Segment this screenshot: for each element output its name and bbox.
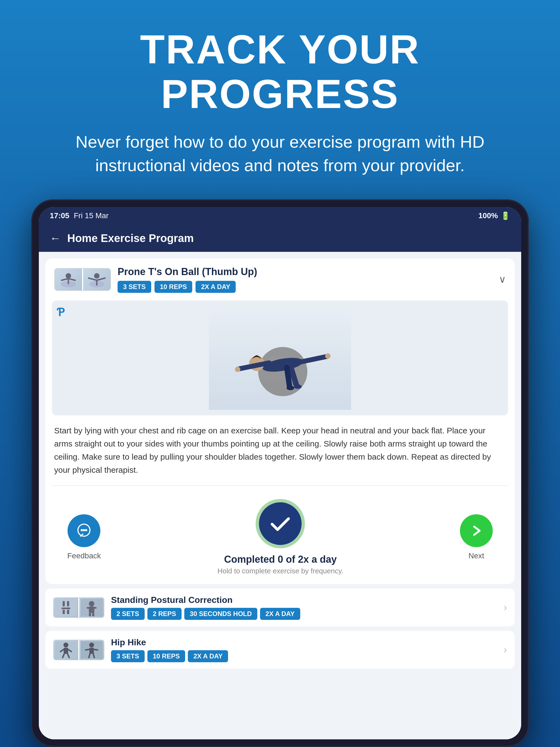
svg-point-18 bbox=[325, 353, 331, 359]
tablet-screen: 17:05 Fri 15 Mar 100% 🔋 ← Home Exercise … bbox=[39, 207, 521, 739]
exercise-info: Prone T's On Ball (Thumb Up) 3 SETS 10 R… bbox=[118, 266, 492, 293]
list-chevron-2: › bbox=[504, 644, 507, 656]
svg-point-16 bbox=[235, 367, 240, 372]
list-thumb-d bbox=[79, 640, 104, 660]
list-chevron-1: › bbox=[504, 602, 507, 613]
chevron-down-icon[interactable]: ∨ bbox=[499, 274, 506, 285]
list-thumb-c bbox=[54, 640, 78, 660]
svg-line-50 bbox=[85, 649, 90, 650]
status-date: Fri 15 Mar bbox=[74, 211, 109, 220]
hero-subtitle: Never forget how to do your exercise pro… bbox=[0, 130, 560, 178]
next-action[interactable]: Next bbox=[460, 514, 493, 560]
tag-reps: 10 REPS bbox=[154, 281, 193, 293]
status-time: 17:05 bbox=[50, 211, 70, 220]
svg-line-51 bbox=[94, 649, 98, 650]
checkmark-icon bbox=[266, 510, 294, 537]
exercise-name: Prone T's On Ball (Thumb Up) bbox=[118, 266, 492, 278]
svg-line-20 bbox=[287, 367, 289, 387]
feedback-label: Feedback bbox=[67, 551, 101, 560]
svg-rect-39 bbox=[92, 613, 94, 616]
complete-main-text: Completed 0 of 2x a day bbox=[218, 554, 343, 565]
nav-title: Home Exercise Program bbox=[67, 232, 194, 244]
li1-tag-2: 30 SECONDS HOLD bbox=[184, 608, 257, 620]
svg-line-2 bbox=[61, 279, 68, 280]
svg-rect-36 bbox=[87, 607, 90, 609]
svg-point-34 bbox=[89, 601, 94, 607]
list-item-1-tags: 2 SETS 2 REPS 30 SECONDS HOLD 2X A DAY bbox=[111, 608, 497, 620]
complete-button-wrapper[interactable]: Completed 0 of 2x a day Hold to complete… bbox=[218, 499, 343, 575]
status-left: 17:05 Fri 15 Mar bbox=[50, 211, 108, 220]
exercise-tags: 3 SETS 10 REPS 2X A DAY bbox=[118, 281, 492, 293]
svg-point-41 bbox=[63, 643, 68, 647]
tag-sets: 3 SETS bbox=[118, 281, 151, 293]
thumb-img-1 bbox=[55, 268, 82, 290]
bottom-padding bbox=[39, 669, 521, 680]
svg-rect-38 bbox=[89, 613, 91, 616]
li2-tag-0: 3 SETS bbox=[111, 650, 145, 662]
svg-point-21 bbox=[294, 384, 302, 389]
exercise-header[interactable]: Prone T's On Ball (Thumb Up) 3 SETS 10 R… bbox=[45, 258, 515, 301]
status-bar: 17:05 Fri 15 Mar 100% 🔋 bbox=[39, 207, 521, 225]
tablet-device: 17:05 Fri 15 Mar 100% 🔋 ← Home Exercise … bbox=[31, 199, 529, 747]
list-thumb-a bbox=[54, 598, 78, 617]
li1-tag-1: 2 REPS bbox=[147, 608, 182, 620]
content-area[interactable]: Prone T's On Ball (Thumb Up) 3 SETS 10 R… bbox=[39, 252, 521, 739]
list-item[interactable]: Standing Postural Correction 2 SETS 2 RE… bbox=[45, 588, 515, 626]
svg-rect-42 bbox=[64, 648, 68, 654]
hero-title: TRACK YOUR PROGRESS bbox=[0, 27, 560, 117]
list-item-2-info: Hip Hike 3 SETS 10 REPS 2X A DAY bbox=[111, 637, 497, 662]
chat-icon bbox=[76, 522, 92, 539]
svg-point-22 bbox=[286, 386, 294, 390]
li2-tag-1: 10 REPS bbox=[147, 650, 185, 662]
exercise-animation bbox=[209, 306, 351, 410]
list-item-2-name: Hip Hike bbox=[111, 637, 497, 647]
next-button[interactable] bbox=[460, 514, 493, 547]
nav-bar: ← Home Exercise Program bbox=[39, 225, 521, 252]
svg-rect-28 bbox=[62, 601, 65, 607]
complete-button[interactable] bbox=[256, 499, 305, 548]
list-item-2-tags: 3 SETS 10 REPS 2X A DAY bbox=[111, 650, 497, 662]
svg-line-7 bbox=[88, 278, 97, 280]
back-button[interactable]: ← bbox=[50, 232, 61, 244]
li1-tag-0: 2 SETS bbox=[111, 608, 145, 620]
li2-tag-2: 2X A DAY bbox=[188, 650, 228, 662]
complete-text: Completed 0 of 2x a day Hold to complete… bbox=[218, 554, 343, 575]
svg-point-48 bbox=[89, 643, 94, 647]
battery-icon: 🔋 bbox=[501, 211, 510, 221]
svg-point-6 bbox=[94, 273, 100, 279]
list-item-1-name: Standing Postural Correction bbox=[111, 595, 497, 605]
list-item-2[interactable]: Hip Hike 3 SETS 10 REPS 2X A DAY › bbox=[45, 631, 515, 669]
svg-rect-30 bbox=[61, 608, 70, 609]
list-item-1-info: Standing Postural Correction 2 SETS 2 RE… bbox=[111, 595, 497, 620]
svg-rect-32 bbox=[67, 610, 69, 614]
exercise-description: Start by lying with your chest and rib c… bbox=[45, 415, 515, 485]
list-item-thumb-1 bbox=[53, 597, 104, 618]
svg-rect-37 bbox=[93, 607, 97, 609]
tag-frequency: 2X A DAY bbox=[196, 281, 236, 293]
next-label: Next bbox=[468, 551, 484, 560]
list-item-thumb-2 bbox=[53, 640, 104, 660]
svg-point-24 bbox=[81, 529, 83, 531]
status-right: 100% 🔋 bbox=[478, 211, 510, 221]
next-arrow-icon bbox=[468, 522, 485, 539]
video-watermark: Ƥ bbox=[57, 306, 65, 318]
svg-point-25 bbox=[83, 529, 85, 531]
svg-point-1 bbox=[66, 273, 71, 279]
svg-rect-31 bbox=[62, 610, 65, 614]
svg-rect-29 bbox=[67, 601, 69, 607]
battery-level: 100% bbox=[478, 211, 498, 220]
svg-rect-49 bbox=[90, 648, 94, 654]
exercise-thumbnails bbox=[54, 268, 111, 291]
feedback-action[interactable]: Feedback bbox=[67, 514, 101, 560]
svg-line-3 bbox=[68, 279, 75, 280]
exercise-card: Prone T's On Ball (Thumb Up) 3 SETS 10 R… bbox=[45, 258, 515, 584]
thumb-img-2 bbox=[83, 268, 110, 290]
list-thumb-b bbox=[79, 598, 104, 617]
svg-line-8 bbox=[97, 278, 105, 280]
video-container[interactable]: Ƥ bbox=[52, 301, 508, 415]
complete-sub-text: Hold to complete exercise by frequency. bbox=[218, 567, 343, 575]
svg-point-26 bbox=[85, 529, 87, 531]
li1-tag-3: 2X A DAY bbox=[260, 608, 300, 620]
action-row: Feedback Completed 0 of 2x a day Hold to… bbox=[45, 486, 515, 584]
feedback-button[interactable] bbox=[68, 514, 100, 547]
